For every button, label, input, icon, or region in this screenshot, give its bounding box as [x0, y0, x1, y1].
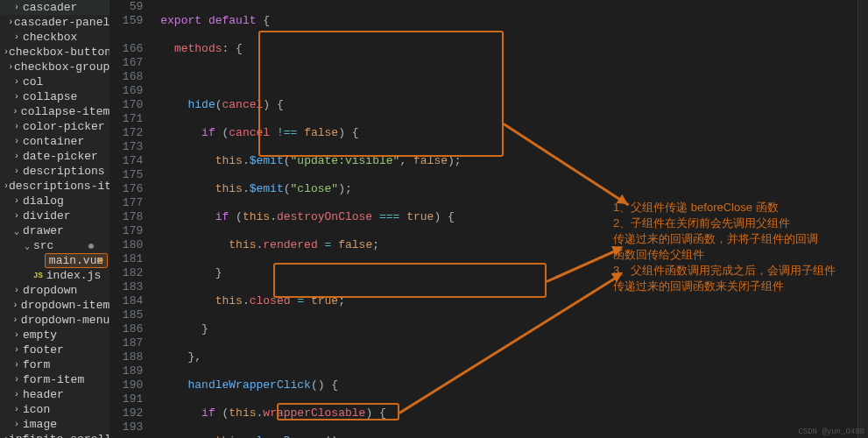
chevron-right-icon: ›: [11, 196, 23, 206]
tree-item-main.vue[interactable]: main.vueM: [0, 253, 109, 268]
line-number: 184: [109, 294, 143, 308]
tree-item-dialog[interactable]: ›dialog: [0, 194, 109, 208]
chevron-right-icon: ›: [11, 152, 23, 161]
chevron-right-icon: ›: [11, 420, 23, 429]
line-number: 168: [109, 70, 143, 84]
tree-item-divider[interactable]: ›divider: [0, 208, 109, 223]
line-number: 167: [109, 56, 143, 70]
line-number: 185: [109, 308, 143, 322]
chevron-right-icon: ›: [7, 62, 14, 72]
modified-badge: M: [97, 256, 103, 266]
chevron-right-icon: ›: [11, 211, 23, 221]
line-number: 166: [109, 42, 143, 56]
chevron-right-icon: ›: [10, 300, 21, 310]
line-number: 175: [109, 168, 143, 182]
tree-item-col[interactable]: ›col: [0, 74, 109, 89]
line-number: 174: [109, 154, 143, 168]
tree-item-collapse-item[interactable]: ›collapse-item: [0, 104, 109, 119]
line-number: 187: [109, 336, 143, 350]
chevron-right-icon: ›: [11, 360, 23, 370]
chevron-down-icon: ⌄: [11, 226, 23, 237]
tree-item-dropdown[interactable]: ›dropdown: [0, 283, 109, 298]
tree-item-form-item[interactable]: ›form-item: [0, 372, 109, 387]
line-number: 181: [109, 252, 143, 266]
chevron-right-icon: ›: [11, 3, 23, 12]
tree-item-collapse[interactable]: ›collapse: [0, 89, 109, 104]
tree-item-drawer[interactable]: ⌄drawer: [0, 223, 109, 238]
line-number: 192: [109, 406, 143, 420]
tree-item-cascader[interactable]: ›cascader: [0, 0, 109, 15]
chevron-right-icon: ›: [11, 390, 23, 399]
chevron-right-icon: ›: [11, 77, 23, 87]
chevron-right-icon: ›: [11, 405, 23, 414]
tree-item-checkbox[interactable]: ›checkbox: [0, 30, 109, 45]
chevron-right-icon: ›: [10, 107, 21, 117]
line-number: 172: [109, 126, 143, 140]
line-number: 169: [109, 84, 143, 98]
line-number: 183: [109, 280, 143, 294]
line-number: 186: [109, 322, 143, 336]
line-number: 193: [109, 420, 143, 434]
tree-item-dropdown-item[interactable]: ›dropdown-item: [0, 298, 109, 313]
chevron-right-icon: ›: [10, 315, 21, 325]
line-number: 159: [109, 14, 143, 28]
chevron-right-icon: ›: [11, 345, 23, 355]
line-number: 171: [109, 112, 143, 126]
tree-item-dropdown-menu[interactable]: ›dropdown-menu: [0, 313, 109, 328]
chevron-right-icon: ›: [11, 92, 23, 102]
tree-item-checkbox-group[interactable]: ›checkbox-group: [0, 60, 109, 74]
line-number: 173: [109, 140, 143, 154]
line-number: 178: [109, 210, 143, 224]
line-number: 191: [109, 392, 143, 406]
line-number: 59: [109, 0, 143, 14]
minimap[interactable]: [857, 0, 868, 438]
line-number: [109, 28, 143, 42]
tree-item-index.js[interactable]: JSindex.js: [0, 268, 109, 283]
line-number: 176: [109, 182, 143, 196]
chevron-right-icon: ›: [11, 32, 23, 42]
js-icon: JS: [33, 272, 43, 280]
line-number: 182: [109, 266, 143, 280]
line-number: 177: [109, 196, 143, 210]
chevron-right-icon: ›: [11, 286, 23, 295]
tree-item-color-picker[interactable]: ›color-picker: [0, 119, 109, 134]
chevron-right-icon: ›: [11, 137, 23, 146]
line-number: 170: [109, 98, 143, 112]
tree-item-container[interactable]: ›container: [0, 134, 109, 149]
line-number: 190: [109, 378, 143, 392]
tree-item-checkbox-button[interactable]: ›checkbox-button: [0, 45, 109, 60]
watermark: CSDN @yun_O488: [798, 427, 864, 436]
tree-item-empty[interactable]: ›empty: [0, 328, 109, 343]
tree-item-header[interactable]: ›header: [0, 387, 109, 402]
tree-item-src[interactable]: ⌄src: [0, 238, 109, 253]
tree-item-infinite-scroll[interactable]: ›infinite-scroll: [0, 432, 109, 438]
file-explorer[interactable]: ›cascader›cascader-panel›checkbox›checkb…: [0, 0, 109, 438]
tree-item-cascader-panel[interactable]: ›cascader-panel: [0, 15, 109, 30]
chevron-right-icon: ›: [11, 122, 23, 131]
line-gutter: 5915916616716816917017117217317417517617…: [109, 0, 153, 438]
tree-item-icon[interactable]: ›icon: [0, 402, 109, 417]
line-number: 180: [109, 238, 143, 252]
line-number: 189: [109, 364, 143, 378]
modified-dot: [88, 244, 94, 249]
chevron-down-icon: ⌄: [21, 241, 33, 251]
annotation-text: 1、父组件传递 beforeClose 函数 2、子组件在关闭前会先调用父组件 …: [613, 200, 836, 294]
tree-item-descriptions-item[interactable]: ›descriptions-item: [0, 179, 109, 194]
line-number: 179: [109, 224, 143, 238]
chevron-right-icon: ›: [7, 18, 14, 27]
chevron-right-icon: ›: [11, 330, 23, 340]
line-number: 188: [109, 350, 143, 364]
tree-item-form[interactable]: ›form: [0, 357, 109, 372]
chevron-right-icon: ›: [11, 166, 23, 176]
tree-item-descriptions[interactable]: ›descriptions: [0, 164, 109, 179]
tree-item-date-picker[interactable]: ›date-picker: [0, 149, 109, 164]
chevron-right-icon: ›: [11, 375, 23, 385]
tree-item-footer[interactable]: ›footer: [0, 343, 109, 357]
tree-item-image[interactable]: ›image: [0, 417, 109, 432]
